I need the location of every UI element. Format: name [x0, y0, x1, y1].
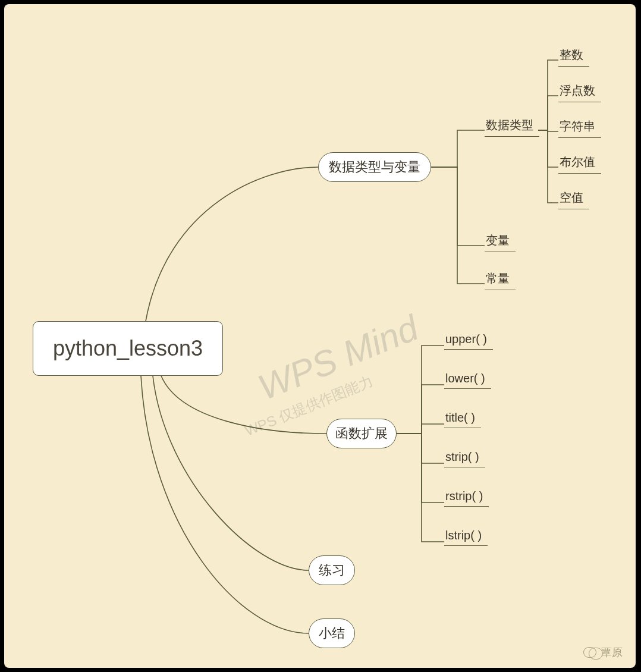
- sub-variable[interactable]: 变量: [485, 233, 516, 252]
- leaf-strip[interactable]: strip( ): [444, 450, 485, 467]
- author-name: 覃原: [601, 645, 623, 660]
- footer-author: 覃原: [583, 645, 623, 660]
- leaf-title[interactable]: title( ): [444, 411, 481, 428]
- wechat-icon: [583, 647, 596, 658]
- leaf-none[interactable]: 空值: [558, 190, 589, 209]
- mindmap-canvas: WPS Mind WPS 仅提供作图能力: [4, 4, 636, 668]
- branch-summary[interactable]: 小结: [309, 618, 355, 648]
- leaf-bool[interactable]: 布尔值: [558, 154, 601, 174]
- sub-data-types[interactable]: 数据类型: [485, 117, 539, 137]
- watermark-main: WPS Mind: [252, 307, 424, 408]
- branch-practice[interactable]: 练习: [309, 555, 355, 585]
- sub-constant[interactable]: 常量: [485, 271, 516, 290]
- leaf-lstrip[interactable]: lstrip( ): [444, 529, 488, 546]
- branch-data-types-vars[interactable]: 数据类型与变量: [318, 152, 431, 182]
- leaf-float[interactable]: 浮点数: [558, 83, 601, 102]
- leaf-upper[interactable]: upper( ): [444, 332, 493, 350]
- leaf-rstrip[interactable]: rstrip( ): [444, 489, 489, 507]
- root-node[interactable]: python_lesson3: [33, 321, 223, 376]
- leaf-integer[interactable]: 整数: [558, 47, 589, 67]
- leaf-lower[interactable]: lower( ): [444, 372, 491, 389]
- branch-function-ext[interactable]: 函数扩展: [326, 419, 397, 448]
- leaf-string[interactable]: 字符串: [558, 118, 601, 138]
